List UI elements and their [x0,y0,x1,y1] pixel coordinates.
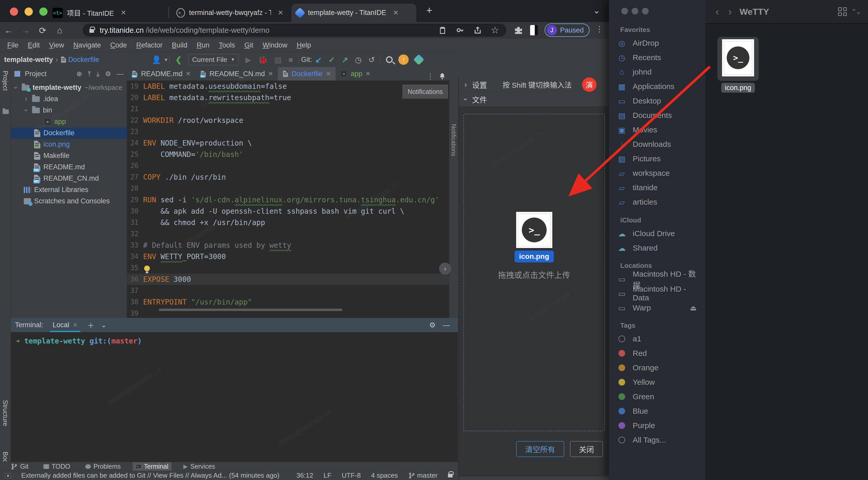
upload-badge-icon[interactable]: ↑ [398,55,409,65]
code-line[interactable]: 33# Default ENV params used by wetty [127,239,449,251]
menu-git[interactable]: Git [241,40,257,50]
menu-window[interactable]: Window [259,40,291,50]
toolwindow-git[interactable]: Git [8,462,32,471]
menu-navigate[interactable]: Navigate [70,40,104,50]
sidebar-tag-a1[interactable]: a1 [617,332,702,345]
tree-row-external-libraries[interactable]: External Libraries [11,184,127,195]
sidebar-item-airdrop[interactable]: ◎AirDrop [617,37,702,49]
settings-section-header[interactable]: › 设置 按 Shift 键切换输入法 演 [459,77,610,92]
sidebar-item-shared[interactable]: ☁Shared [617,242,702,254]
code-line[interactable]: 23 [127,126,449,137]
close-window-button[interactable] [10,7,18,16]
home-icon[interactable]: ⌂ [51,25,68,35]
back-navigation-icon[interactable]: ❮ [176,55,182,64]
browser-menu-icon[interactable]: ⋮ [595,25,603,34]
url-bar[interactable]: try.titanide.cn /ide/web/coding/template… [83,24,506,37]
tree-row-root[interactable]: › template-wetty ~/workspace [11,82,127,93]
bookmark-star-icon[interactable]: ☆ [491,25,499,36]
close-tab-icon[interactable]: ✕ [326,70,331,77]
browser-tab-project[interactable]: <t> 项目 - TitanIDE ✕ [48,4,166,22]
close-tab-icon[interactable]: ✕ [366,70,371,77]
icon-png-thumbnail[interactable]: >_ [722,39,754,76]
terminal-dropdown-chevron-icon[interactable]: ⌄ [101,321,107,329]
sidebar-item-workspace[interactable]: ▱workspace [617,167,702,180]
code-line[interactable]: 24ENV NODE_ENV=production \ [127,137,449,149]
close-tab-icon[interactable]: ✕ [393,9,399,17]
files-section-header[interactable]: › 文件 [459,92,610,107]
reload-icon[interactable]: ⟳ [34,25,51,36]
indent-setting[interactable]: 4 spaces [371,472,398,479]
tree-row-bin[interactable]: › bin [11,105,127,116]
sidebar-tag-purple[interactable]: Purple [617,419,702,432]
close-tab-icon[interactable]: ✕ [121,9,126,17]
search-everywhere-icon[interactable] [386,56,393,63]
sidebar-tag-blue[interactable]: Blue [617,405,702,417]
user-management-icon[interactable]: 👤 [152,55,161,64]
sidebar-item-macintosh-hd-shuju[interactable]: ▭Macintosh HD - 数据 [617,273,702,285]
sidebar-item-warp[interactable]: ▭Warp⏏ [617,301,702,314]
clear-all-button[interactable]: 清空所有 [516,441,564,457]
sidebar-item-pictures[interactable]: ▨Pictures [617,152,702,165]
menu-build[interactable]: Build [168,40,191,50]
code-line[interactable]: 27COPY ./bin /usr/bin [127,171,449,183]
code-line[interactable]: 22WORKDIR /root/workspace [127,114,449,126]
tree-row-readme-cn[interactable]: MD README_CN.md [11,173,127,184]
sidebar-item-movies[interactable]: ▣Movies [617,123,702,136]
expand-panel-button[interactable]: › [439,263,451,275]
rail-project-tab[interactable]: Project [2,71,9,91]
editor-tab-readme-cn[interactable]: MD README_CN.md ✕ [195,67,278,80]
back-icon[interactable]: ← [0,25,17,35]
line-ending[interactable]: LF [323,472,331,479]
coverage-button[interactable]: ▧ [274,55,282,64]
sidebar-tag-red[interactable]: Red [617,347,702,360]
uploaded-file-name[interactable]: icon.png [514,250,554,263]
tree-row-readme[interactable]: MD README.md [11,162,127,173]
code-line[interactable]: 32 [127,228,449,239]
tree-row-idea[interactable]: › .idea [11,94,127,104]
menu-view[interactable]: View [45,40,68,50]
extensions-puzzle-icon[interactable] [514,26,523,35]
history-clock-icon[interactable]: ◷ [355,55,362,64]
sidebar-item-applications[interactable]: ▦Applications [617,80,702,93]
readonly-lock-icon[interactable] [448,474,453,477]
close-button[interactable]: 关闭 [570,441,603,457]
gear-icon[interactable]: ⚙ [105,70,111,78]
code-line[interactable]: 19LABEL metadata.usesubdomain=false [127,80,449,92]
code-line[interactable]: 25 COMMAND='/bin/bash' [127,149,449,160]
expand-all-icon[interactable]: ⤒ [88,70,91,78]
sidebar-item-articles[interactable]: ▱articles [617,196,702,208]
notifications-bell-icon[interactable] [438,72,446,80]
menu-file[interactable]: File [4,40,22,50]
code-line[interactable]: 34ENV WETTY_PORT=3000 [127,251,449,262]
sort-chevrons-icon[interactable]: ⌃⌄ [851,8,860,16]
eject-icon[interactable]: ⏏ [690,304,697,312]
code-line[interactable]: 26 [127,160,449,171]
hide-panel-icon[interactable]: — [117,70,123,78]
code-editor[interactable]: 19LABEL metadata.usesubdomain=false20LAB… [127,80,449,357]
close-window-button[interactable] [621,8,628,14]
zoom-window-button[interactable] [642,8,649,14]
encoding[interactable]: UTF-8 [342,472,361,479]
uploaded-file-thumbnail[interactable]: >_ [516,212,552,248]
rail-structure-tab[interactable]: Structure [2,400,9,426]
locate-file-icon[interactable]: ⊕ [76,70,82,78]
browser-tab-terminal[interactable]: >_ terminal-wetty-bwqryafz - Tita ✕ [172,4,288,22]
rail-notifications-tab[interactable]: Notifications [450,124,457,156]
browser-profile-button[interactable]: J Paused [545,24,590,37]
breadcrumb-file[interactable]: Dockerfile [68,56,99,64]
breadcrumb-project[interactable]: template-wetty [4,56,53,64]
tree-row-scratches[interactable]: Scratches and Consoles [11,196,127,207]
git-branch-widget[interactable]: master [408,472,438,479]
menu-edit[interactable]: Edit [24,40,44,50]
sidebar-item-titanide[interactable]: ▱titanide [617,181,702,194]
toolwindow-todo[interactable]: TODO [40,462,73,471]
sidebar-item-desktop[interactable]: ▭Desktop [617,95,702,107]
menu-help[interactable]: Help [293,40,315,50]
ide-services-icon[interactable] [413,54,424,65]
password-key-icon[interactable] [456,26,464,35]
toolwindow-terminal[interactable]: >_ Terminal [132,462,171,471]
minimize-terminal-icon[interactable]: — [443,321,450,329]
finder-back-icon[interactable]: ‹ [716,6,719,18]
code-line[interactable]: 38ENTRYPOINT "/usr/bin/app" [127,296,449,308]
forward-icon[interactable]: → [17,25,34,35]
